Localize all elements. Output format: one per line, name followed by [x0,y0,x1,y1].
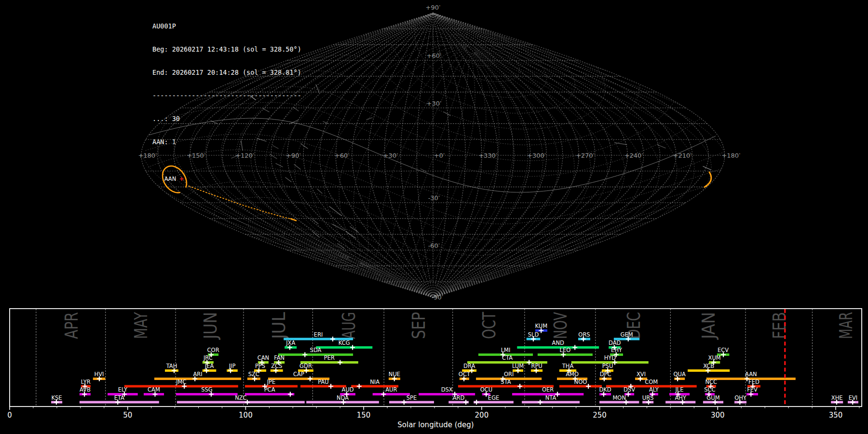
shower-code-label: PCA [264,386,275,393]
shower-peak-marker [517,384,522,389]
map-latitude-label: -30° [428,194,440,202]
axis-tick-label: 0 [7,411,12,420]
shower-code-label: DSX [441,386,453,393]
axis-tick-label: 350 [829,411,843,420]
shower-peak-marker [357,384,362,389]
shower-peak-marker [338,360,342,365]
shower-peak-marker [538,400,542,405]
shower-activity-bar [124,385,238,388]
meteor-streak [276,163,283,167]
map-equatorial-grid [357,53,591,274]
shower-code-label: COR [207,347,219,353]
axis-title: Solar longitude (deg) [397,420,474,429]
meteor-streak [273,146,278,149]
month-label: NOV [550,312,571,339]
meteor-streak [444,112,450,116]
shower-peak-marker [308,377,312,381]
month-label: MAY [131,312,151,339]
map-longitude-label: +60° [335,152,350,159]
meteor-streak [366,118,372,120]
shower-code-label: LMI [501,347,511,353]
shower-code-label: NTA [545,394,556,401]
shower-activity-bar [419,393,475,395]
shower-activity-bar [316,346,372,349]
radiant-drift-trail [189,186,294,220]
shower-activity-bar [389,401,434,404]
shower-code-label: JXA [285,339,295,346]
shower-code-label: DRA [463,363,475,369]
shower-code-label: ETA [114,394,124,401]
shower-code-label: AUR [385,386,397,393]
map-equatorial-grid [362,53,514,291]
shower-activity-bar [517,346,599,349]
shower-code-label: ARD [453,394,465,401]
shower-code-label: NOO [574,379,587,385]
shower-code-label: GEM [621,331,633,338]
shower-code-label: ORS [578,331,590,338]
shower-code-label: LEO [560,347,571,353]
map-longitude-label: +150° [187,152,205,159]
shower-code-label: EHY [611,347,623,353]
shower-code-label: CAN [258,354,270,361]
shower-code-label: RPU [531,363,542,369]
map-south-pole-label: -90° [432,294,444,301]
map-equatorial-grid [361,52,470,266]
meteor-streak [263,108,269,112]
map-longitude-label: +210° [673,152,692,159]
shower-peak-marker [572,345,577,350]
shower-activity-bar [559,385,602,388]
shower-code-label: PPS [255,363,265,369]
meteor-streak [257,138,266,141]
shower-code-label: KCG [339,339,350,346]
radiant-edge-arc [705,172,711,187]
shower-code-label: PAU [318,379,328,385]
shower-activity-bar [599,401,639,404]
shower-code-label: DPC [600,371,611,378]
shower-code-label: AHY [675,394,687,401]
shower-activity-bar [522,401,580,404]
shower-code-label: DSV [624,386,635,393]
month-label: SEP [408,312,429,339]
map-longitude-label: +90° [286,152,301,159]
shower-peak-marker [288,392,293,397]
shower-code-label: FAN [274,354,285,361]
meteor-streak [312,219,318,224]
shower-code-label: JRC [203,354,213,361]
map-longitude-label: +330° [478,152,497,159]
shower-peak-marker [330,337,335,341]
shower-code-label: AVB [80,386,91,393]
shower-activity-bar [373,393,410,395]
shower-code-label: SZC [248,371,259,378]
shower-code-label: GDR [299,363,312,369]
shower-activity-bar [474,401,514,404]
map-equatorial-grid [280,31,466,258]
radiant-map-and-timeline: +180°+150°+120°+90°+60°+30°+0°+330°+300°… [0,0,868,434]
shower-code-label: JPE [267,379,276,385]
month-label: JAN [698,312,719,340]
shower-code-label: GUM [706,394,719,401]
shower-code-label: PER [324,354,335,361]
map-longitude-label: +30° [383,152,398,159]
map-equatorial-grid [362,53,486,280]
shower-activity-bar [245,393,294,395]
map-longitude-label: +300° [527,152,546,159]
map-latitude-label: +60° [427,52,442,59]
shower-code-label: URS [642,394,654,401]
shower-code-label: MON [612,394,626,401]
shower-code-label: THA [562,363,574,369]
shower-code-label: DKD [599,386,611,393]
shower-code-label: COM [645,379,658,385]
map-equatorial-grid [310,41,466,258]
map-equatorial-grid [361,53,528,297]
month-label: APR [61,312,82,339]
shower-activity-bar [176,393,238,395]
shower-code-label: ELY [118,386,128,393]
shower-code-label: STA [501,379,511,385]
shower-code-label: OER [542,386,554,393]
map-longitude-label: +240° [624,152,643,159]
shower-code-label: SCC [704,386,715,393]
radiant-code-label: AAN [164,176,176,182]
shower-code-label: AUD [342,386,354,393]
shower-code-label: JLE [675,386,683,393]
shower-code-label: QUA [674,371,686,378]
